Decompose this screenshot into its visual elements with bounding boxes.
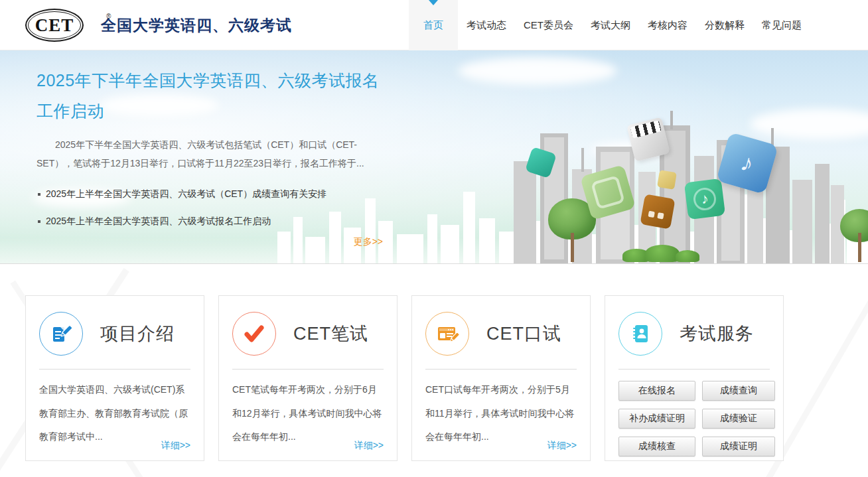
- music-note-icon: ♪: [738, 148, 757, 178]
- card-divider: [232, 369, 384, 370]
- hero-banner: ♪ ♪ 2025年下半年全国大学英语四、六级考试报名工作启动 2025年下半年全…: [0, 50, 868, 264]
- green-music-cube-illustration: ♪: [684, 178, 725, 220]
- news-item[interactable]: 2025年上半年全国大学英语四、六级考试（CET）成绩查询有关安排: [36, 180, 383, 208]
- nav-item-exam-syllabus[interactable]: 考试大纲: [582, 0, 639, 50]
- nav-item-assessment-content[interactable]: 考核内容: [639, 0, 696, 50]
- nav-item-home[interactable]: 首页: [409, 0, 458, 50]
- card-title: CET口试: [486, 322, 561, 346]
- service-buttons: 在线报名 成绩查询 补办成绩证明 成绩验证 成绩核查 成绩证明: [618, 381, 770, 456]
- gold-cube-illustration: [657, 170, 677, 190]
- music-note-icon: ♪: [700, 190, 709, 208]
- score-certificate-button[interactable]: 成绩证明: [702, 437, 775, 456]
- nav-label: 常见问题: [762, 19, 802, 32]
- nav-label: 分数解释: [705, 19, 745, 32]
- card-title: 项目介绍: [100, 322, 175, 346]
- site-logo[interactable]: CET ® 全国大学英语四、六级考试: [25, 9, 292, 42]
- header: CET ® 全国大学英语四、六级考试 首页 考试动态 CET委员会 考试大纲 考…: [0, 0, 868, 50]
- brown-cube-illustration: [640, 194, 675, 229]
- card-body-text: 全国大学英语四、六级考试(CET)系教育部主办、教育部教育考试院（原教育部考试中…: [39, 378, 190, 449]
- nav-item-faq[interactable]: 常见问题: [753, 0, 810, 50]
- card-title: 考试服务: [680, 322, 754, 346]
- online-registration-button[interactable]: 在线报名: [618, 381, 695, 401]
- score-recheck-button[interactable]: 成绩核查: [618, 437, 695, 456]
- nav-label: CET委员会: [524, 19, 573, 32]
- hero-headline[interactable]: 2025年下半年全国大学英语四、六级考试报名工作启动: [36, 65, 383, 127]
- registered-trademark-symbol: ®: [106, 13, 111, 20]
- card-body-text: CET口试每年开考两次，分别于5月和11月举行，具体考试时间我中心将会在每年年初…: [425, 378, 577, 449]
- logo-text: CET: [35, 15, 74, 36]
- nav-label: 考试动态: [467, 19, 506, 32]
- card-header: 考试服务: [618, 307, 770, 361]
- checkmark-icon: [232, 312, 276, 356]
- card-divider: [39, 369, 190, 370]
- detail-link[interactable]: 详细>>: [161, 440, 190, 452]
- card-cet-oral-test: CET口试 CET口试每年开考两次，分别于5月和11月举行，具体考试时间我中心将…: [411, 295, 591, 461]
- nav-item-cet-committee[interactable]: CET委员会: [515, 0, 582, 50]
- main-nav: 首页 考试动态 CET委员会 考试大纲 考核内容 分数解释 常见问题: [409, 0, 810, 50]
- detail-link[interactable]: 详细>>: [354, 440, 384, 452]
- browser-pencil-icon: [425, 312, 469, 356]
- card-divider: [425, 369, 577, 370]
- detail-link[interactable]: 详细>>: [547, 440, 577, 452]
- cards-section: 项目介绍 全国大学英语四、六级考试(CET)系教育部主办、教育部教育考试院（原教…: [0, 264, 868, 476]
- news-item[interactable]: 2025年上半年全国大学英语四、六级考试报名工作启动: [36, 208, 383, 235]
- card-divider: [618, 369, 770, 370]
- score-query-button[interactable]: 成绩查询: [702, 381, 775, 401]
- card-body-text: CET笔试每年开考两次，分别于6月和12月举行，具体考试时间我中心将会在每年年初…: [232, 378, 384, 449]
- news-list: 2025年上半年全国大学英语四、六级考试（CET）成绩查询有关安排 2025年上…: [36, 180, 383, 236]
- tree-illustration: [840, 204, 868, 262]
- nav-label: 首页: [423, 19, 443, 32]
- site-title: 全国大学英语四、六级考试: [101, 15, 292, 36]
- nav-label: 考核内容: [648, 19, 687, 32]
- cloud-illustration: [458, 57, 617, 85]
- card-cet-written-test: CET笔试 CET笔试每年开考两次，分别于6月和12月举行，具体考试时间我中心将…: [218, 295, 398, 461]
- card-header: CET笔试: [232, 307, 384, 361]
- card-header: 项目介绍: [39, 307, 190, 361]
- active-tab-arrow-icon: [429, 0, 438, 10]
- nav-item-score-interpretation[interactable]: 分数解释: [696, 0, 753, 50]
- card-project-intro: 项目介绍 全国大学英语四、六级考试(CET)系教育部主办、教育部教育考试院（原教…: [25, 295, 204, 461]
- hero-summary: 2025年下半年全国大学英语四、六级考试包括笔试（CET）和口试（CET-SET…: [36, 135, 383, 172]
- bush-illustration: [645, 245, 680, 262]
- score-verification-button[interactable]: 成绩验证: [702, 409, 775, 429]
- cet-logo-oval-icon: CET: [25, 9, 84, 42]
- hero-content: 2025年下半年全国大学英语四、六级考试报名工作启动 2025年下半年全国大学英…: [36, 65, 383, 248]
- notebook-person-icon: [618, 312, 662, 356]
- more-link[interactable]: 更多>>: [36, 236, 383, 248]
- document-pencil-icon: [39, 312, 83, 356]
- card-exam-services: 考试服务 在线报名 成绩查询 补办成绩证明 成绩验证 成绩核查 成绩证明: [605, 295, 784, 461]
- bush-illustration: [676, 250, 699, 262]
- nav-label: 考试大纲: [591, 19, 630, 32]
- card-header: CET口试: [425, 307, 577, 361]
- nav-item-exam-news[interactable]: 考试动态: [458, 0, 515, 50]
- cards-row: 项目介绍 全国大学英语四、六级考试(CET)系教育部主办、教育部教育考试院（原教…: [0, 264, 868, 461]
- card-title: CET笔试: [293, 322, 368, 346]
- reissue-score-certificate-button[interactable]: 补办成绩证明: [618, 409, 695, 429]
